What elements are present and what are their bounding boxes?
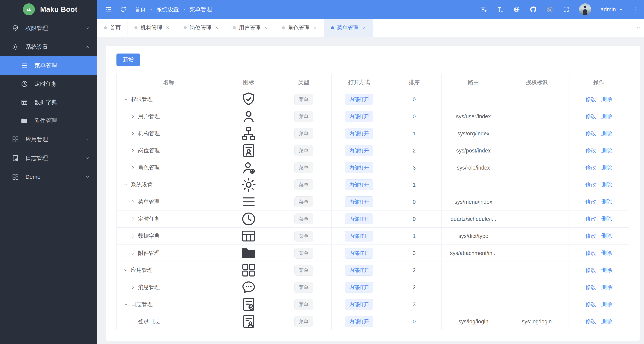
row-expand-arrow[interactable] — [130, 148, 136, 153]
table-row: 机构管理菜单内部打开1sys/org/index修改删除 — [117, 125, 629, 142]
edit-link[interactable]: 修改 — [586, 96, 596, 102]
delete-link[interactable]: 删除 — [601, 267, 612, 273]
sidebar-item-label: 附件管理 — [34, 117, 90, 125]
more-menu-icon[interactable] — [633, 6, 639, 13]
delete-link[interactable]: 删除 — [601, 164, 612, 170]
row-expand-arrow[interactable] — [123, 97, 129, 102]
sidebar-item-attachment[interactable]: 附件管理 — [0, 112, 97, 130]
tab-label: 用户管理 — [239, 24, 260, 32]
edit-link[interactable]: 修改 — [586, 233, 596, 239]
tab-org[interactable]: 机构管理 — [128, 19, 177, 37]
sidebar-item-menu[interactable]: 菜单管理 — [0, 56, 97, 75]
table-row: 登录日志菜单内部打开0sys/log/loginsys:log:login修改删… — [117, 313, 629, 330]
row-expand-arrow[interactable] — [130, 284, 136, 290]
tab-role[interactable]: 角色管理 — [275, 19, 324, 37]
edit-link[interactable]: 修改 — [586, 182, 596, 188]
tab-close-icon[interactable] — [214, 25, 219, 30]
menu-fold-icon[interactable] — [105, 6, 112, 13]
delete-link[interactable]: 删除 — [601, 96, 612, 102]
row-expand-arrow[interactable] — [130, 199, 136, 205]
fullscreen-icon[interactable] — [562, 6, 570, 13]
translate-icon[interactable] — [480, 6, 487, 13]
user-menu[interactable]: admin — [600, 6, 623, 13]
edit-link[interactable]: 修改 — [586, 318, 596, 324]
breadcrumb-item[interactable]: 首页 — [135, 6, 146, 13]
tab-close-icon[interactable] — [165, 25, 170, 30]
tab-close-icon[interactable] — [362, 25, 366, 30]
route-cell — [442, 262, 505, 279]
sort-cell: 0 — [387, 193, 442, 211]
name-cell-inner: 附件管理 — [123, 249, 220, 257]
tab-dropdown-button[interactable] — [632, 19, 644, 37]
tab-home[interactable]: 首页 — [97, 19, 128, 37]
sidebar-item-demo[interactable]: Demo — [0, 167, 97, 186]
globe-icon[interactable] — [513, 6, 520, 13]
table-row: 系统设置菜单内部打开1修改删除 — [117, 176, 629, 193]
sidebar-item-dict[interactable]: 数据字典 — [0, 93, 97, 112]
sidebar-item-logs[interactable]: 日志管理 — [0, 149, 97, 167]
row-expand-arrow[interactable] — [123, 301, 129, 307]
tab-post[interactable]: 岗位管理 — [177, 19, 226, 37]
edit-link[interactable]: 修改 — [586, 113, 596, 119]
row-expand-arrow[interactable] — [130, 233, 136, 239]
edit-link[interactable]: 修改 — [586, 301, 596, 307]
row-expand-arrow[interactable] — [123, 182, 129, 188]
name-cell: 机构管理 — [117, 125, 221, 142]
edit-link[interactable]: 修改 — [586, 199, 596, 205]
open-mode-cell: 内部打开 — [332, 108, 387, 125]
shield-check-icon — [223, 91, 274, 108]
breadcrumb-item[interactable]: 系统设置 — [156, 6, 179, 13]
tab-dot — [282, 26, 285, 29]
tab-close-icon[interactable] — [264, 25, 268, 30]
row-expand-arrow[interactable] — [130, 114, 136, 119]
open-mode-tag: 内部打开 — [345, 214, 373, 224]
font-size-icon[interactable] — [496, 6, 504, 13]
role-icon — [223, 159, 274, 176]
delete-link[interactable]: 删除 — [601, 182, 612, 188]
sidebar-item-permission[interactable]: 权限管理 — [0, 19, 97, 38]
row-expand-arrow[interactable] — [130, 131, 136, 136]
avatar[interactable] — [579, 4, 591, 16]
delete-link[interactable]: 删除 — [601, 233, 612, 239]
name-cell-inner: 登录日志 — [123, 318, 220, 325]
tab-menu[interactable]: 菜单管理 — [324, 19, 374, 37]
refresh-icon[interactable] — [120, 6, 127, 13]
edit-link[interactable]: 修改 — [586, 147, 596, 153]
name-cell: 系统设置 — [117, 176, 221, 193]
row-expand-arrow[interactable] — [123, 267, 129, 273]
type-tag: 菜单 — [294, 94, 313, 105]
sidebar-item-label: 日志管理 — [26, 154, 78, 162]
delete-link[interactable]: 删除 — [601, 130, 612, 136]
sidebar-item-system[interactable]: 系统设置 — [0, 38, 97, 56]
delete-link[interactable]: 删除 — [601, 216, 612, 222]
edit-link[interactable]: 修改 — [586, 250, 596, 256]
tab-close-icon[interactable] — [312, 25, 317, 30]
delete-link[interactable]: 删除 — [601, 199, 612, 205]
breadcrumb-item[interactable]: 菜单管理 — [190, 6, 212, 13]
github-icon[interactable] — [530, 6, 537, 13]
edit-link[interactable]: 修改 — [586, 130, 596, 136]
sidebar-item-schedule[interactable]: 定时任务 — [0, 75, 97, 93]
delete-link[interactable]: 删除 — [601, 284, 612, 290]
tab-user[interactable]: 用户管理 — [226, 19, 275, 37]
row-expand-arrow[interactable] — [130, 165, 136, 170]
edit-link[interactable]: 修改 — [586, 267, 596, 273]
name-cell-inner: 应用管理 — [123, 266, 220, 274]
delete-link[interactable]: 删除 — [601, 147, 612, 153]
edit-link[interactable]: 修改 — [586, 216, 596, 222]
delete-link[interactable]: 删除 — [601, 301, 612, 307]
edit-link[interactable]: 修改 — [586, 284, 596, 290]
add-button[interactable]: 新增 — [116, 54, 140, 66]
delete-link[interactable]: 删除 — [601, 113, 612, 119]
route-cell: sys/attachment/in... — [442, 245, 505, 262]
row-expand-arrow[interactable] — [130, 250, 136, 256]
edit-link[interactable]: 修改 — [586, 164, 596, 170]
row-expand-arrow[interactable] — [130, 216, 136, 222]
name-cell-inner: 系统设置 — [123, 181, 220, 189]
delete-link[interactable]: 删除 — [601, 250, 612, 256]
delete-link[interactable]: 删除 — [601, 318, 612, 324]
table-body: 权限管理菜单内部打开0修改删除用户管理菜单内部打开0sys/user/index… — [117, 91, 629, 330]
sidebar-item-apps[interactable]: 应用管理 — [0, 130, 97, 149]
gitee-icon[interactable] — [546, 6, 553, 13]
tab-dot — [233, 26, 236, 29]
